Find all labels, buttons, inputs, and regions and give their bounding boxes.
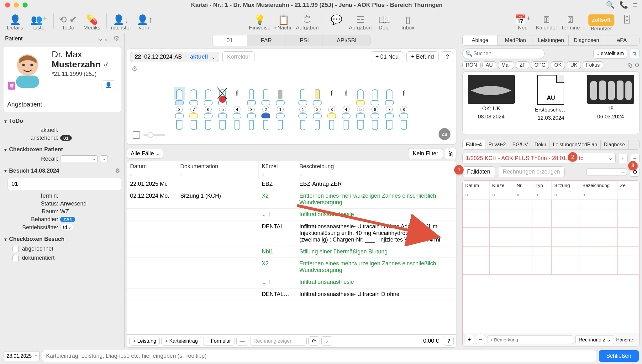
dropdown-icon[interactable]: ⌄ [321,336,332,346]
chip-fokus[interactable]: Fokus [583,61,603,69]
rtab2-faelle[interactable]: Fälle•4 [463,140,485,149]
section-besuch[interactable]: ▾Besuch 14.03.2024⚙ [3,165,121,176]
chip-zf[interactable]: ZF [516,61,529,69]
kein-filter-btn[interactable]: Kein Filter [408,148,443,159]
rtab2-leist[interactable]: LeistungenMedPlan [550,140,601,149]
recall-select[interactable] [60,155,98,162]
btn-01-neu[interactable]: + 01 Neu [371,51,403,62]
table-row[interactable] [463,247,639,256]
rt-remove[interactable]: − [476,335,485,344]
btn-help-2[interactable]: ? [444,337,454,346]
main-input[interactable] [42,350,596,362]
rtab-leistungen[interactable]: Leistungen [534,35,568,45]
menu-icon[interactable]: ≡ [633,1,637,9]
person-button[interactable]: 👤 [102,80,115,90]
tb-liste[interactable]: 👥⁺Liste [28,11,50,31]
table-row[interactable]: ⌄IInfiltrationsanästhesie [127,276,456,289]
rechnung-zeigen[interactable]: Rechnung zeigen [250,337,307,346]
table-row[interactable]: DENTAL…Infiltrationsanästhesie- Ultracai… [127,289,456,300]
table-row[interactable] [463,218,639,228]
gear-icon[interactable]: ⚙ [113,34,119,43]
tb-archive[interactable]: 🗄 [616,11,638,31]
btn-add-karteieintrag[interactable]: + Karteieintrag [161,337,201,346]
thumb-okuk[interactable]: OK; UK08.08.2024 [465,75,518,131]
bemerkung-input[interactable] [487,335,573,344]
fall-select[interactable] [586,169,627,175]
tb-naechster[interactable]: 👤↓nächster [110,11,132,31]
tab-psi[interactable]: PSI [286,35,323,46]
rt-add[interactable]: + [465,335,474,344]
todo-count[interactable]: 01 [60,135,72,141]
rtab2-doku[interactable]: Doku [531,140,550,149]
section-todo[interactable]: ▾ToDo [3,116,121,126]
table-row[interactable]: 02.12.2024 Mo.Sitzung 1 (KCH)X2Entfernen… [127,190,456,209]
btn-add-leistung[interactable]: + Leistung [129,337,160,346]
gear-icon[interactable]: ⚙ [634,62,639,69]
case-add[interactable]: + [618,154,628,163]
tab-01[interactable]: 01 [213,35,247,46]
sort-toggle[interactable]: ⇅ [630,49,639,59]
chip-uk[interactable]: UK [567,61,581,69]
thumb-15[interactable]: 1506.03.2024 [584,75,637,131]
ablage-search[interactable] [462,48,545,59]
alle-faelle-select[interactable]: Alle Fälle [127,149,163,159]
tb-zollsoft[interactable]: zollsoft [588,14,615,26]
tb-details[interactable]: 👤Details [4,11,26,31]
tb-nachr[interactable]: 📋+Nachr. [272,11,295,31]
zoom-slider[interactable] [133,131,165,139]
table-row[interactable] [463,228,639,237]
table-row[interactable]: ⌄IInfiltrationsanästhesie [127,209,456,221]
tab-par[interactable]: PAR [247,35,286,46]
sort-select[interactable]: ↓ erstellt am [593,49,627,59]
tooth-chart[interactable]: f f f [130,78,453,141]
rtab-medplan[interactable]: MedPlan [498,35,533,45]
chip-ron[interactable]: RÖN [462,61,481,69]
section-cb-patient[interactable]: ▾Checkboxen Patient [3,144,121,155]
tooth-selector[interactable]: 22 - 02.12.2024 - AB - aktuell ⌄ [130,52,219,62]
falldaten-btn[interactable]: Falldaten [462,166,495,177]
rtab2-bguv[interactable]: BG/UV [509,140,531,149]
tb-dok[interactable]: 📖Dok. [373,11,395,31]
window-zoom[interactable] [23,3,28,8]
chk-abgerechnet[interactable]: abgerechnet [3,244,121,253]
table-row[interactable] [463,200,639,209]
chip-mail[interactable]: Mail [498,61,514,69]
tb-vorh[interactable]: 👤↑vorh. [134,11,156,31]
table-row[interactable] [463,256,639,265]
zs-badge[interactable]: ZS [439,128,450,140]
chip-ok[interactable]: OK [551,61,565,69]
tb-hinweise[interactable]: 💡Hinweise [248,11,271,31]
tb-kalender[interactable]: 🗓Kalender [535,11,558,31]
table-row[interactable]: 22.01.2025 Mi.EBZEBZ-Antrag ZER [127,178,456,190]
rtab2-privat[interactable]: Privat•2 [485,140,509,149]
gear-icon[interactable]: ⚙ [131,65,138,73]
btn-help[interactable]: ? [442,51,453,62]
chk-dokumentiert[interactable]: dokumentiert [3,253,121,263]
search-icon[interactable]: 🔍 [606,1,614,9]
tb-msg[interactable]: 💬 [325,11,348,31]
thumb-erstbesche[interactable]: AU Erstbesche…12.03.2024 [524,75,577,131]
table-row[interactable] [463,265,639,275]
tb-neu[interactable]: 📅⁺Neu [512,11,534,31]
date-select[interactable]: 28.01.2025 [3,351,39,361]
rtab2-diag[interactable]: Diagnose [601,140,629,149]
recall-select-2[interactable] [100,155,108,162]
case-select[interactable]: 1/2025 KCH - AOK PLUS Thürin - 28.01.25 … [462,153,616,164]
rech-erzeugen-btn[interactable]: Rechnungen erzeugen [498,166,565,177]
tb-termine[interactable]: 🗓Termine [559,11,582,31]
tb-mediks[interactable]: 💊Mediks [81,11,103,31]
refresh-icon[interactable]: ⟳ [308,336,319,346]
tb-aufg2[interactable]: ☲Aufgaben [349,11,371,31]
table-row[interactable]: DENTAL…Infiltrationsanästhesie- Ultracai… [127,221,456,246]
filter-icon[interactable]: ⧎ [628,62,633,69]
chip-au[interactable]: AU [482,61,496,69]
table-row[interactable]: Nbl1Stillung einer übermäßigen Blutung [127,246,456,258]
btn-befund[interactable]: + Befund [406,51,439,62]
btn-add-formular[interactable]: + Formular [203,337,234,346]
tb-aufgaben[interactable]: ⏱Aufgaben [296,11,318,31]
rtab-ablage[interactable]: Ablage [463,35,497,45]
patient-selector[interactable]: Patient ⌄⌄ ⚙ [0,33,124,44]
gear-icon[interactable]: ⚙ [115,167,120,174]
close-button[interactable]: Schließen [599,350,639,362]
behandler-pill[interactable]: ZA1 [60,217,75,222]
